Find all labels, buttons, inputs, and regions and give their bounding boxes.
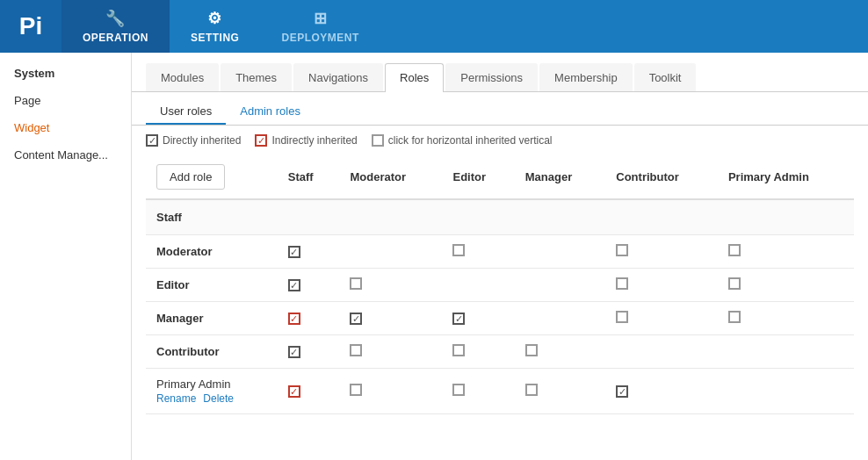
logo-text: Pi [19,12,42,40]
cell-contributor-staff[interactable] [278,335,340,369]
row-label-primary-admin-cell: Primary Admin Rename Delete [146,369,278,414]
checkbox-manager-moderator[interactable] [350,313,362,325]
table-header-row: Add role Staff Moderator Editor Manager … [146,155,854,199]
sidebar-label-content-manage: Content Manage... [14,148,108,162]
checkbox-moderator-editor[interactable] [452,244,465,256]
checkbox-primaryadmin-contributor[interactable] [616,385,628,398]
cell-manager-editor[interactable] [442,302,514,335]
cell-manager-primaryadmin[interactable] [718,302,854,335]
setting-icon: ⚙ [207,9,222,28]
col-contributor-label: Contributor [616,170,678,183]
sub-tab-user-roles-label: User roles [160,104,212,118]
checkbox-manager-primaryadmin[interactable] [728,311,741,323]
legend-directly: Directly inherited [146,134,241,147]
table-row-contributor: Contributor [146,335,854,369]
cell-manager-moderator[interactable] [339,302,442,335]
col-primary-admin-label: Primary Admin [728,170,809,183]
cell-primaryadmin-primaryadmin [718,369,854,414]
cell-primaryadmin-moderator[interactable] [339,369,442,414]
checkbox-contributor-manager[interactable] [525,344,538,356]
cell-moderator-staff[interactable] [278,235,340,269]
roles-table: Add role Staff Moderator Editor Manager … [146,155,854,414]
add-role-label: Add role [170,170,212,183]
checkbox-editor-contributor[interactable] [616,277,628,290]
checkbox-moderator-staff[interactable] [288,246,300,258]
cell-primaryadmin-staff[interactable] [278,369,340,414]
col-staff-label: Staff [288,170,314,183]
checkbox-contributor-staff[interactable] [288,346,300,358]
nav-item-setting[interactable]: ⚙ SETTING [170,0,261,53]
table-row-primary-admin: Primary Admin Rename Delete [146,369,854,414]
checkbox-editor-staff[interactable] [288,279,300,291]
content: Modules Themes Navigations Roles Permiss… [132,53,868,460]
cell-primaryadmin-contributor[interactable] [605,369,718,414]
checkbox-manager-editor[interactable] [452,313,465,325]
cell-primaryadmin-editor[interactable] [442,369,514,414]
checkbox-contributor-moderator[interactable] [350,344,362,356]
cell-contributor-manager[interactable] [515,335,606,369]
cell-contributor-editor[interactable] [442,335,514,369]
tab-roles-label: Roles [400,71,429,84]
checkbox-primaryadmin-staff[interactable] [288,385,300,398]
tab-permissions[interactable]: Permissions [445,63,538,91]
sidebar-item-page[interactable]: Page [0,87,131,114]
table-row-moderator: Moderator [146,235,854,269]
checkbox-moderator-contributor[interactable] [616,244,628,256]
nav-item-deployment[interactable]: ⊞ DEPLOYMENT [260,0,380,53]
cell-editor-moderator[interactable] [339,269,442,302]
tab-modules-label: Modules [161,71,204,84]
sub-tab-admin-roles-label: Admin roles [240,104,300,118]
cell-manager-contributor[interactable] [605,302,718,335]
tab-roles[interactable]: Roles [385,63,444,92]
col-editor: Editor [442,155,514,199]
tab-membership[interactable]: Membership [539,63,633,91]
checkbox-primaryadmin-manager[interactable] [525,384,538,396]
col-moderator: Moderator [339,155,442,199]
nav-deployment-label: DEPLOYMENT [281,32,358,44]
legend-directly-icon [146,134,158,147]
legend-indirectly: Indirectly inherited [255,134,357,147]
sub-tab-user-roles[interactable]: User roles [146,99,226,125]
delete-link[interactable]: Delete [203,392,234,405]
tab-navigations[interactable]: Navigations [293,63,383,91]
cell-manager-staff[interactable] [278,302,340,335]
cell-contributor-moderator[interactable] [339,335,442,369]
cell-moderator-primaryadmin[interactable] [718,235,854,269]
checkbox-primaryadmin-editor[interactable] [452,384,465,396]
rename-link[interactable]: Rename [156,392,196,405]
legend-horizontal: click for horizontal inherited vertical [372,134,553,147]
sidebar-item-content-manage[interactable]: Content Manage... [0,141,131,169]
cell-editor-staff[interactable] [278,269,340,302]
checkbox-editor-primaryadmin[interactable] [728,277,741,290]
cell-manager-manager [515,302,606,335]
sidebar-item-system[interactable]: System [0,60,131,87]
tab-themes[interactable]: Themes [221,63,292,91]
tab-toolkit[interactable]: Toolkit [634,63,697,91]
row-label-editor: Editor [146,269,278,302]
cell-primaryadmin-manager[interactable] [515,369,606,414]
tab-toolkit-label: Toolkit [649,71,682,84]
cell-moderator-editor[interactable] [442,235,514,269]
cell-editor-editor [442,269,514,302]
sidebar-item-widget[interactable]: Widget [0,114,131,141]
main-layout: System Page Widget Content Manage... Mod… [0,53,868,460]
cell-editor-contributor[interactable] [605,269,718,302]
table-row-editor: Editor [146,269,854,302]
tab-permissions-label: Permissions [460,71,523,84]
row-label-contributor: Contributor [146,335,278,369]
add-role-button[interactable]: Add role [156,164,225,190]
cell-editor-manager [515,269,606,302]
checkbox-editor-moderator[interactable] [350,277,362,290]
checkbox-manager-staff[interactable] [288,313,300,325]
checkbox-manager-contributor[interactable] [616,311,628,323]
col-manager: Manager [515,155,606,199]
checkbox-primaryadmin-moderator[interactable] [350,384,362,396]
tab-modules[interactable]: Modules [146,63,219,91]
cell-editor-primaryadmin[interactable] [718,269,854,302]
cell-moderator-contributor[interactable] [605,235,718,269]
checkbox-moderator-primaryadmin[interactable] [728,244,741,256]
checkbox-contributor-editor[interactable] [452,344,465,356]
sub-tab-admin-roles[interactable]: Admin roles [226,99,315,125]
legend-horizontal-icon [372,134,384,147]
nav-item-operation[interactable]: 🔧 OPERATION [61,0,170,53]
